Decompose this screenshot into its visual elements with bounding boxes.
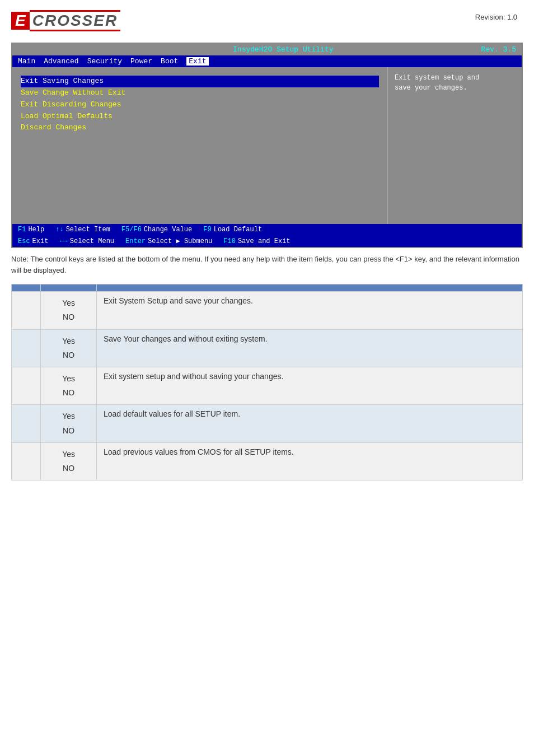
data-table: YesNO Exit System Setup and save your ch… xyxy=(11,284,523,480)
row3-col3: Exit system setup and without saving you… xyxy=(96,367,522,404)
logo-crosser: CROSSER xyxy=(30,10,120,31)
table-row: YesNO Exit System Setup and save your ch… xyxy=(12,292,523,329)
row2-col1 xyxy=(12,329,41,367)
key-arrows: ↑↓ Select Item xyxy=(55,226,110,234)
col-header-2 xyxy=(41,284,97,292)
note-text: Note: The control keys are listed at the… xyxy=(11,254,523,276)
key-f5f6: F5/F6 Change Value xyxy=(121,226,192,234)
logo: E CROSSER xyxy=(11,10,120,31)
bios-nav: Main Advanced Security Power Boot Exit xyxy=(12,55,522,67)
key-f1: F1 Help xyxy=(18,226,44,234)
row2-col2: YesNO xyxy=(41,329,97,367)
row2-col3: Save Your changes and without exiting sy… xyxy=(96,329,522,367)
menu-item-discard-changes[interactable]: Discard Changes xyxy=(21,122,379,134)
row5-col2: YesNO xyxy=(41,442,97,480)
bios-bottom-row2: Esc Exit ←→ Select Menu Enter Select ▶ S… xyxy=(12,235,522,247)
table-section: YesNO Exit System Setup and save your ch… xyxy=(11,284,523,480)
logo-e: E xyxy=(11,12,30,30)
key-f10: F10 Save and Exit xyxy=(223,237,290,245)
row3-col1 xyxy=(12,367,41,404)
row4-col3: Load default values for all SETUP item. xyxy=(96,405,522,442)
row1-col2: YesNO xyxy=(41,292,97,329)
row5-col3: Load previous values from CMOS for all S… xyxy=(96,442,522,480)
key-esc: Esc Exit xyxy=(18,237,48,245)
nav-security[interactable]: Security xyxy=(87,57,122,66)
menu-item-save-without-exit[interactable]: Save Change Without Exit xyxy=(21,87,379,99)
row3-col2: YesNO xyxy=(41,367,97,404)
table-header-row xyxy=(12,284,523,292)
revision-label: Revision: 1.0 xyxy=(475,10,517,21)
key-enter: Enter Select ▶ Submenu xyxy=(125,237,212,245)
bios-bottom: F1 Help ↑↓ Select Item F5/F6 Change Valu… xyxy=(12,224,522,247)
table-row: YesNO Exit system setup and without savi… xyxy=(12,367,523,404)
row4-col1 xyxy=(12,405,41,442)
menu-item-exit-saving[interactable]: Exit Saving Changes xyxy=(21,76,379,87)
row1-col1 xyxy=(12,292,41,329)
nav-exit[interactable]: Exit xyxy=(186,57,208,66)
menu-item-load-optimal[interactable]: Load Optimal Defaults xyxy=(21,111,379,123)
bios-bottom-row1: F1 Help ↑↓ Select Item F5/F6 Change Valu… xyxy=(12,224,522,235)
bios-content: Exit Saving Changes Save Change Without … xyxy=(12,67,522,224)
bios-help: Exit system setup andsave your changes. xyxy=(387,67,522,224)
row4-col2: YesNO xyxy=(41,405,97,442)
table-row: YesNO Load default values for all SETUP … xyxy=(12,405,523,442)
nav-power[interactable]: Power xyxy=(130,57,152,66)
bios-screen: InsydeH2O Setup Utility Rev. 3.5 Main Ad… xyxy=(11,43,523,248)
key-lr-arrows: ←→ Select Menu xyxy=(59,237,114,245)
bios-title: InsydeH2O Setup Utility xyxy=(85,45,481,54)
row5-col1 xyxy=(12,442,41,480)
table-row: YesNO Save Your changes and without exit… xyxy=(12,329,523,367)
key-f9: F9 Load Default xyxy=(203,226,262,234)
nav-advanced[interactable]: Advanced xyxy=(44,57,78,66)
bios-rev: Rev. 3.5 xyxy=(481,45,516,54)
menu-item-exit-discarding[interactable]: Exit Discarding Changes xyxy=(21,99,379,111)
header: E CROSSER Revision: 1.0 xyxy=(0,0,534,37)
row1-col3: Exit System Setup and save your changes. xyxy=(96,292,522,329)
bios-title-bar: InsydeH2O Setup Utility Rev. 3.5 xyxy=(12,44,522,55)
bios-help-text: Exit system setup andsave your changes. xyxy=(395,73,515,93)
col-header-3 xyxy=(96,284,522,292)
table-row: YesNO Load previous values from CMOS for… xyxy=(12,442,523,480)
nav-main[interactable]: Main xyxy=(18,57,35,66)
col-header-1 xyxy=(12,284,41,292)
bios-menu: Exit Saving Changes Save Change Without … xyxy=(12,67,387,224)
nav-boot[interactable]: Boot xyxy=(161,57,178,66)
